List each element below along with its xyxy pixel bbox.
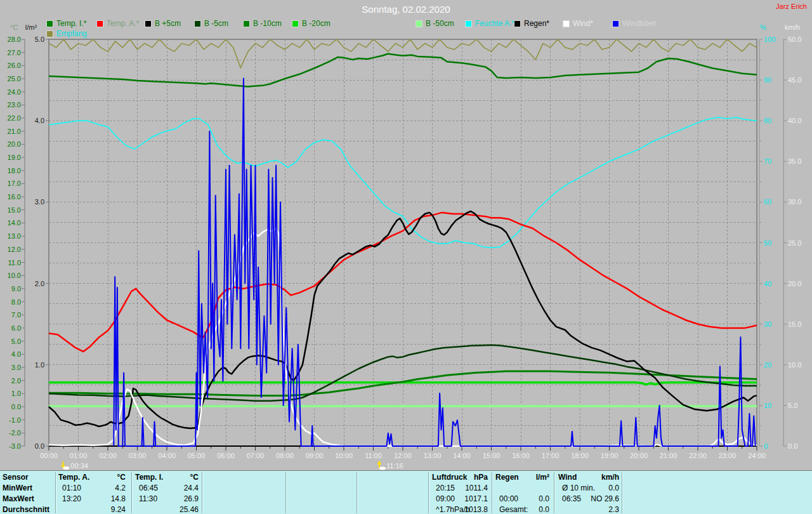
series-b-20cm [49,383,757,385]
legend-label: Windböen [622,20,657,27]
legend-swatch [96,20,103,27]
table-value: 1011.4 [432,483,488,493]
temp-tick-label: 23.0 [8,101,21,109]
legend-label: Feuchte A.* [475,20,514,27]
table-separator [622,472,622,513]
time-tick-label: 14:00 [453,452,471,459]
temp-tick-label: 15.0 [8,206,21,214]
wind-tick-label: 5.0 [788,402,797,409]
table-col-unit: hPa [432,472,488,482]
legend-label: Wind* [573,20,593,27]
temp-tick-label: 16.0 [8,193,21,201]
rain-tick-label: 2.0 [35,280,44,287]
legend-item-windb-en: Windböen [612,19,657,28]
time-tick-label: 04:00 [158,452,176,459]
series-temp-a [49,213,757,352]
legend-item-b-50cm: B -50cm [416,19,454,28]
pct-tick-label: 60 [764,198,771,206]
temp-tick-label: 10.0 [8,272,21,279]
time-tick-label: 05:00 [188,452,206,459]
time-tick-label: 07:00 [247,452,265,459]
time-tick-label: 15:00 [483,452,501,459]
legend-item-b-5cm: B +5cm [145,19,181,28]
time-marker-set: 00:34 [61,461,88,470]
time-tick-label: 23:00 [719,452,737,459]
legend-item-temp-i: Temp. I.* [46,19,86,28]
wind-tick-label: 45.0 [788,76,801,84]
weather-chart: 28.027.026.025.024.023.022.021.020.019.0… [0,0,812,470]
temp-tick-label: -3.0 [9,442,21,450]
temp-tick-label: 2.0 [11,377,21,385]
time-tick-label: 03:00 [129,452,147,459]
rain-tick-label: 3.0 [35,198,44,206]
temp-tick-label: 5.0 [11,338,21,345]
temp-tick-label: 8.0 [11,298,21,306]
temp-tick-label: 9.0 [11,285,21,293]
time-tick-label: 09:00 [306,452,324,459]
temp-tick-label: 13.0 [8,232,21,240]
wind-tick-label: 25.0 [788,239,801,247]
time-tick-label: 24:00 [748,452,766,459]
table-value: 26.9 [135,494,199,504]
wind-tick-label: 10.0 [788,361,801,369]
temp-tick-label: -1.0 [9,416,21,424]
temp-tick-label: 26.0 [8,62,21,69]
pct-tick-label: 50 [764,239,771,247]
temp-tick-label: 28.0 [8,36,21,43]
table-value: 0.0 [495,494,549,504]
temp-tick-label: 17.0 [8,180,21,187]
rain-tick-label: 5.0 [35,36,44,43]
legend-swatch [46,20,53,27]
table-separator [554,472,554,513]
unit-degc: °C [10,23,18,31]
legend-swatch [292,20,299,27]
wind-tick-label: 50.0 [788,36,801,43]
temp-tick-label: 7.0 [11,311,21,319]
legend-item-wind: Wind* [563,19,593,28]
legend-swatch [563,20,570,27]
pct-tick-label: 100 [764,36,775,43]
table-col-unit: l/m² [495,472,549,482]
temp-tick-label: 6.0 [11,324,21,332]
table-value: 25.46 [135,504,199,514]
table-row-header: MaxWert [3,494,56,504]
legend-item-b-10cm: B -10cm [243,19,282,28]
legend-item-regen: Regen* [514,19,549,28]
time-tick-label: 10:00 [335,452,353,459]
pct-tick-label: 70 [764,157,771,165]
svg-text:11:16: 11:16 [386,462,403,470]
pct-tick-label: 10 [764,402,771,409]
legend-label: B -10cm [253,20,282,27]
table-value: 9.24 [58,504,126,514]
temp-tick-label: 25.0 [8,75,21,82]
legend-label: Regen* [524,20,549,27]
unit-pct: % [760,23,766,31]
table-separator [55,472,56,513]
legend-item-feuchte-a: Feuchte A.* [465,19,514,28]
legend-swatch [514,20,521,27]
legend-swatch [243,20,250,27]
legend-label: Temp. I.* [56,20,86,27]
unit-kmh: km/h [785,23,800,31]
time-tick-label: 19:00 [601,452,619,459]
unit-lm2: l/m² [25,23,37,31]
temp-tick-label: 22.0 [8,114,21,122]
table-separator [202,472,202,513]
table-col-unit: °C [135,472,199,482]
legend-swatch [612,20,619,27]
temp-tick-label: 19.0 [8,154,21,161]
table-value: 4.2 [58,483,126,493]
table-row-header: Sensor [3,472,56,482]
svg-text:00:34: 00:34 [70,462,88,470]
time-tick-label: 08:00 [276,452,294,459]
temp-tick-label: -2.0 [9,429,21,437]
temp-tick-label: 1.0 [11,390,21,397]
table-value: 1013.8 [432,504,488,514]
temp-tick-label: 24.0 [8,88,21,96]
time-tick-label: 02:00 [99,452,117,459]
time-tick-label: 06:00 [217,452,235,459]
stats-table: SensorMinWertMaxWertDurchschnittTemp. A.… [0,470,812,514]
wind-tick-label: 15.0 [788,320,801,328]
page-title: Sonntag, 02.02.2020 [0,4,812,15]
temp-tick-label: 21.0 [8,128,21,135]
